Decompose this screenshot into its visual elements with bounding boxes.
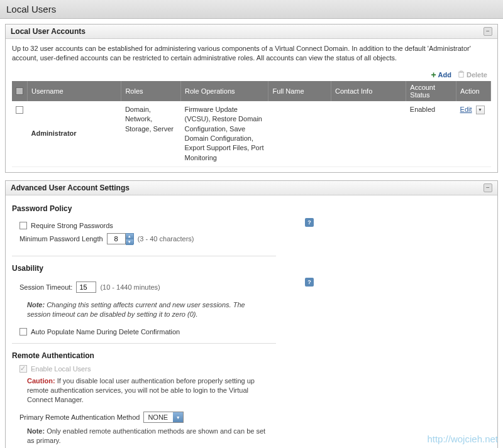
panel-header-accounts: Local User Accounts −	[6, 25, 497, 39]
note-text: Changing this setting affects current an…	[27, 301, 245, 318]
auto-populate-label: Auto Populate Name During Delete Confirm…	[31, 328, 180, 336]
divider	[12, 343, 276, 344]
advanced-settings-panel: Advanced User Account Settings − Passwor…	[5, 180, 498, 448]
timeout-hint: (10 - 1440 minutes)	[100, 283, 160, 291]
enable-local-users-label: Enable Local Users	[31, 365, 91, 373]
chevron-down-icon[interactable]: ▼	[476, 106, 485, 114]
chevron-down-icon[interactable]: ▼	[173, 412, 183, 422]
note-label: Note:	[27, 427, 45, 435]
col-contact[interactable]: Contact Info	[331, 81, 406, 101]
min-length-hint: (3 - 40 characters)	[138, 235, 194, 243]
local-user-accounts-panel: Local User Accounts − Up to 32 user acco…	[5, 24, 498, 173]
col-role-ops[interactable]: Role Operations	[181, 81, 268, 101]
add-label: Add	[438, 71, 451, 79]
add-button[interactable]: + Add	[431, 70, 451, 79]
note-label: Note:	[27, 301, 45, 309]
timeout-note: Note: Changing this setting affects curr…	[27, 300, 266, 319]
require-strong-label: Require Strong Passwords	[31, 222, 113, 229]
accounts-table: Username Roles Role Operations Full Name…	[12, 81, 491, 167]
usability-heading: Usability	[12, 264, 491, 273]
col-action[interactable]: Action	[456, 81, 491, 101]
min-length-label: Minimum Password Length	[19, 235, 103, 243]
col-full-name[interactable]: Full Name	[268, 81, 331, 101]
caution-note: Caution: If you disable local user authe…	[27, 376, 266, 405]
help-icon[interactable]: ?	[305, 218, 314, 227]
min-length-stepper[interactable]: ▲ ▼	[107, 233, 134, 244]
trash-icon	[458, 70, 465, 79]
cell-roles: Domain, Network, Storage, Server	[121, 101, 181, 167]
enable-local-users-checkbox	[19, 365, 27, 373]
remote-auth-heading: Remote Authentication	[12, 351, 491, 360]
collapse-icon[interactable]: −	[484, 27, 492, 36]
primary-auth-select[interactable]: NONE ▼	[143, 412, 184, 423]
plus-icon: +	[431, 70, 436, 79]
min-length-input[interactable]	[107, 233, 126, 244]
password-policy-heading: Password Policy	[12, 204, 491, 213]
accounts-description: Up to 32 user accounts can be establishe…	[12, 44, 491, 63]
col-roles[interactable]: Roles	[121, 81, 181, 101]
cell-full-name	[268, 101, 331, 167]
accounts-toolbar: + Add Delete	[12, 68, 491, 81]
cell-role-ops: Firmware Update (VCSU), Restore Domain C…	[181, 101, 268, 167]
note-text: Only enabled remote authentication metho…	[27, 427, 265, 444]
panel-title: Advanced User Account Settings	[11, 183, 130, 192]
collapse-icon[interactable]: −	[484, 183, 492, 192]
caution-label: Caution:	[27, 377, 55, 385]
primary-auth-value: NONE	[144, 413, 173, 421]
panel-header-advanced: Advanced User Account Settings −	[6, 181, 497, 195]
col-status[interactable]: Account Status	[406, 81, 456, 101]
table-header-row: Username Roles Role Operations Full Name…	[12, 81, 491, 101]
auto-populate-checkbox[interactable]	[19, 328, 27, 336]
col-checkbox	[12, 81, 28, 101]
spinner-down-icon[interactable]: ▼	[126, 239, 133, 245]
delete-label: Delete	[467, 71, 487, 79]
timeout-label: Session Timeout:	[19, 283, 72, 291]
delete-button[interactable]: Delete	[458, 70, 487, 79]
cell-username: Administrator	[31, 129, 77, 137]
divider	[12, 256, 276, 256]
cell-contact	[331, 101, 406, 167]
primary-auth-label: Primary Remote Authentication Method	[19, 413, 140, 421]
help-icon[interactable]: ?	[305, 278, 314, 287]
caution-text: If you disable local user authentication…	[27, 377, 255, 403]
timeout-input[interactable]	[76, 281, 96, 293]
page-title: Local Users	[6, 4, 497, 14]
row-checkbox[interactable]	[16, 106, 23, 114]
table-row[interactable]: Administrator Domain, Network, Storage, …	[12, 101, 491, 167]
page-header: Local Users	[0, 0, 503, 19]
edit-link[interactable]: Edit	[460, 106, 472, 113]
primary-note: Note: Only enabled remote authentication…	[27, 427, 266, 445]
select-all-checkbox[interactable]	[16, 87, 23, 95]
panel-title: Local User Accounts	[11, 27, 86, 36]
require-strong-checkbox[interactable]	[19, 222, 27, 229]
spinner-up-icon[interactable]: ▲	[126, 234, 133, 239]
col-username[interactable]: Username	[28, 81, 121, 101]
cell-status: Enabled	[406, 101, 456, 167]
watermark: http://wojcieh.net	[427, 434, 498, 444]
